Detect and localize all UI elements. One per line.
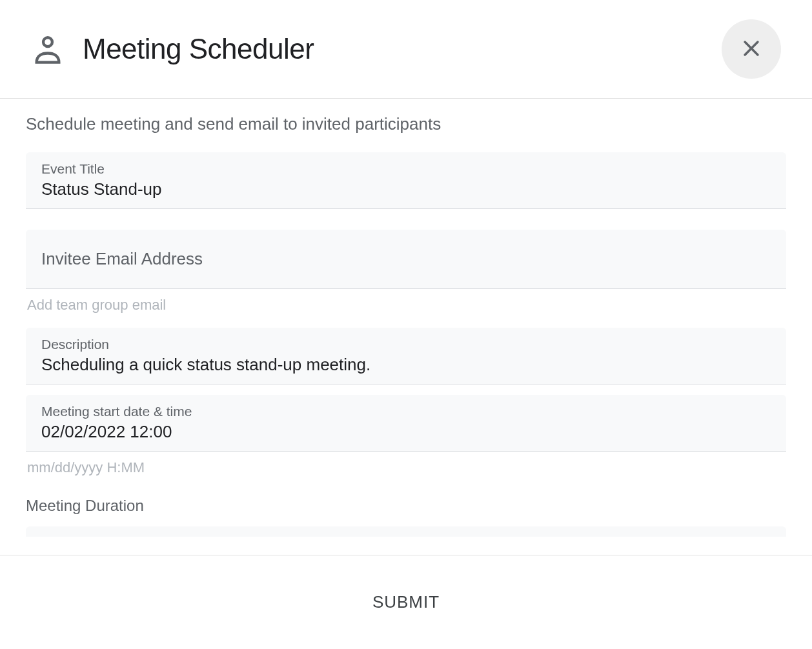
event-title-block: Event Title bbox=[26, 152, 786, 209]
header-left: Meeting Scheduler bbox=[31, 32, 314, 66]
form-content: Schedule meeting and send email to invit… bbox=[0, 99, 812, 557]
duration-field[interactable] bbox=[26, 526, 786, 537]
invitee-email-label: Invitee Email Address bbox=[41, 249, 771, 269]
dialog-header: Meeting Scheduler bbox=[0, 0, 812, 99]
svg-point-0 bbox=[43, 37, 52, 46]
duration-label: Meeting Duration bbox=[26, 497, 786, 515]
start-datetime-block: Meeting start date & time mm/dd/yyyy H:M… bbox=[26, 395, 786, 476]
start-datetime-field[interactable]: Meeting start date & time bbox=[26, 395, 786, 452]
description-block: Description bbox=[26, 328, 786, 384]
dialog-title: Meeting Scheduler bbox=[83, 33, 314, 65]
event-title-label: Event Title bbox=[41, 161, 771, 177]
dialog-footer: SUBMIT bbox=[0, 555, 812, 649]
close-button[interactable] bbox=[722, 19, 781, 79]
invitee-email-helper: Add team group email bbox=[26, 297, 786, 314]
start-datetime-label: Meeting start date & time bbox=[41, 404, 771, 419]
event-title-field[interactable]: Event Title bbox=[26, 152, 786, 209]
invitee-email-field[interactable]: Invitee Email Address bbox=[26, 230, 786, 289]
submit-button[interactable]: SUBMIT bbox=[347, 579, 465, 625]
description-input[interactable] bbox=[41, 355, 771, 375]
close-icon bbox=[740, 37, 762, 61]
form-subtitle: Schedule meeting and send email to invit… bbox=[26, 114, 786, 134]
description-field[interactable]: Description bbox=[26, 328, 786, 384]
start-datetime-input[interactable] bbox=[41, 422, 771, 442]
event-title-input[interactable] bbox=[41, 179, 771, 199]
invitee-email-block: Invitee Email Address Add team group ema… bbox=[26, 230, 786, 314]
person-icon bbox=[31, 32, 65, 66]
start-datetime-helper: mm/dd/yyyy H:MM bbox=[26, 459, 786, 476]
description-label: Description bbox=[41, 337, 771, 352]
